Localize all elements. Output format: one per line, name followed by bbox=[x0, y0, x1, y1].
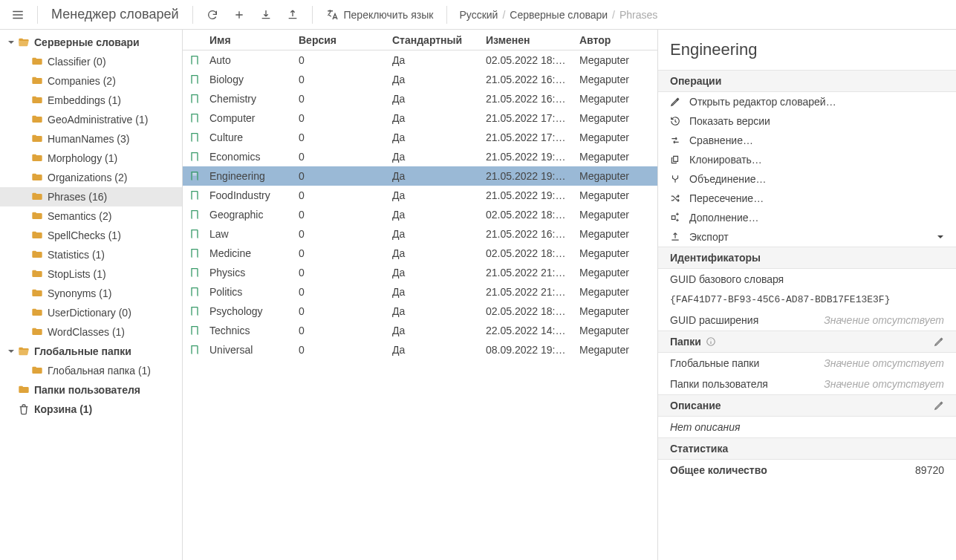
table-row[interactable]: Auto0Да02.05.2022 18:5…Megaputer bbox=[183, 51, 657, 70]
tree-node[interactable]: Embeddings (1) bbox=[0, 91, 182, 110]
tree-node[interactable]: WordClasses (1) bbox=[0, 322, 182, 342]
table-row[interactable]: Culture0Да21.05.2022 17:2…Megaputer bbox=[183, 128, 657, 147]
op-supplement[interactable]: Дополнение… bbox=[658, 208, 956, 227]
table-row[interactable]: Engineering0Да21.05.2022 19:3…Megaputer bbox=[183, 166, 657, 186]
op-export[interactable]: Экспорт bbox=[658, 227, 956, 247]
tree-node[interactable]: HumanNames (3) bbox=[0, 129, 182, 149]
folder-icon bbox=[18, 384, 30, 396]
table-row[interactable]: Medicine0Да02.05.2022 18:5…Megaputer bbox=[183, 244, 657, 263]
cell-name: Physics bbox=[204, 267, 293, 279]
caret-down-icon[interactable] bbox=[937, 233, 944, 241]
tree-label: Companies (2) bbox=[48, 75, 116, 87]
switch-language-button[interactable]: Переключить язык bbox=[322, 4, 438, 25]
tree-node-trash[interactable]: Корзина (1) bbox=[0, 400, 182, 419]
table-row[interactable]: Psychology0Да02.05.2022 18:5…Megaputer bbox=[183, 302, 657, 321]
tree-node-global-folders[interactable]: Глобальные папки bbox=[0, 342, 182, 361]
breadcrumb-item[interactable]: Русский bbox=[459, 9, 498, 21]
copy-icon bbox=[670, 154, 680, 165]
tree-node[interactable]: Organizations (2) bbox=[0, 168, 182, 187]
op-show-versions[interactable]: Показать версии bbox=[658, 111, 956, 131]
menu-button[interactable] bbox=[7, 4, 28, 25]
folder-icon bbox=[31, 152, 43, 164]
edit-description-button[interactable] bbox=[934, 400, 944, 411]
op-open-editor[interactable]: Открыть редактор словарей… bbox=[658, 92, 956, 111]
op-compare[interactable]: Сравнение… bbox=[658, 131, 956, 150]
table-row[interactable]: Universal0Да08.09.2022 19:3…Megaputer bbox=[183, 340, 657, 359]
tree-node[interactable]: Companies (2) bbox=[0, 71, 182, 91]
folders-global-value: Значение отсутствует bbox=[824, 357, 944, 369]
col-version[interactable]: Версия bbox=[293, 34, 386, 46]
table-row[interactable]: FoodIndustry0Да21.05.2022 19:4…Megaputer bbox=[183, 186, 657, 205]
folder-icon bbox=[31, 75, 43, 87]
tree-node[interactable]: GeoAdministrative (1) bbox=[0, 110, 182, 129]
cell-standard: Да bbox=[386, 189, 480, 201]
cell-standard: Да bbox=[386, 151, 480, 163]
op-clone[interactable]: Клонировать… bbox=[658, 150, 956, 169]
table-row[interactable]: Law0Да21.05.2022 16:0…Megaputer bbox=[183, 224, 657, 244]
export-button[interactable] bbox=[282, 4, 303, 25]
breadcrumb-item[interactable]: Серверные словари bbox=[510, 9, 608, 21]
tree-node-user-folders[interactable]: Папки пользователя bbox=[0, 380, 182, 400]
cell-version: 0 bbox=[293, 170, 386, 182]
description-value: Нет описания bbox=[670, 421, 944, 433]
book-icon bbox=[183, 151, 204, 163]
folder-icon bbox=[31, 172, 43, 183]
col-modified[interactable]: Изменен bbox=[480, 34, 573, 46]
caret-down-icon[interactable] bbox=[4, 348, 18, 355]
op-intersect[interactable]: Пересечение… bbox=[658, 189, 956, 208]
tree-node[interactable]: Phrases (16) bbox=[0, 187, 182, 206]
pencil-icon bbox=[934, 400, 944, 411]
folder-open-icon bbox=[18, 345, 30, 357]
cell-author: Megaputer bbox=[573, 209, 657, 221]
col-standard[interactable]: Стандартный bbox=[386, 34, 480, 46]
cell-author: Megaputer bbox=[573, 112, 657, 124]
refresh-button[interactable] bbox=[202, 4, 223, 25]
tree-node-server-dicts[interactable]: Серверные словари bbox=[0, 33, 182, 52]
merge-icon bbox=[670, 174, 680, 184]
table-row[interactable]: Physics0Да21.05.2022 21:0…Megaputer bbox=[183, 263, 657, 282]
table-row[interactable]: Chemistry0Да21.05.2022 16:5…Megaputer bbox=[183, 89, 657, 108]
import-button[interactable] bbox=[256, 4, 276, 25]
op-merge[interactable]: Объединение… bbox=[658, 169, 956, 189]
caret-down-icon[interactable] bbox=[4, 39, 18, 46]
book-icon bbox=[183, 325, 204, 336]
cell-modified: 21.05.2022 19:4… bbox=[480, 189, 573, 201]
tree-node[interactable]: Synonyms (1) bbox=[0, 284, 182, 303]
tree-node[interactable]: Semantics (2) bbox=[0, 206, 182, 226]
table-row[interactable]: Computer0Да21.05.2022 17:0…Megaputer bbox=[183, 108, 657, 128]
table-row[interactable]: Politics0Да21.05.2022 21:4…Megaputer bbox=[183, 282, 657, 302]
cell-author: Megaputer bbox=[573, 286, 657, 298]
table-row[interactable]: Biology0Да21.05.2022 16:4…Megaputer bbox=[183, 70, 657, 89]
tree-node[interactable]: Classifier (0) bbox=[0, 52, 182, 71]
tree-node[interactable]: SpellChecks (1) bbox=[0, 226, 182, 245]
cell-author: Megaputer bbox=[573, 131, 657, 143]
col-name[interactable]: Имя bbox=[204, 34, 293, 46]
cell-standard: Да bbox=[386, 228, 480, 240]
cell-modified: 21.05.2022 19:2… bbox=[480, 151, 573, 163]
breadcrumb-sep: / bbox=[502, 9, 505, 21]
tree-node[interactable]: Statistics (1) bbox=[0, 245, 182, 264]
table-row[interactable]: Technics0Да22.05.2022 14:2…Megaputer bbox=[183, 321, 657, 340]
folder-icon bbox=[31, 191, 43, 203]
tree-label: StopLists (1) bbox=[48, 268, 106, 280]
tree-node[interactable]: Morphology (1) bbox=[0, 149, 182, 168]
tree-node[interactable]: StopLists (1) bbox=[0, 264, 182, 284]
col-author[interactable]: Автор bbox=[573, 34, 657, 46]
book-icon bbox=[183, 209, 204, 221]
tree-node[interactable]: Глобальная папка (1) bbox=[0, 361, 182, 380]
tree-label: Phrases (16) bbox=[48, 191, 107, 203]
folder-icon bbox=[31, 249, 43, 261]
cell-author: Megaputer bbox=[573, 151, 657, 163]
stats-total-value: 89720 bbox=[915, 464, 944, 476]
table-row[interactable]: Geographic0Да02.05.2022 18:5…Megaputer bbox=[183, 205, 657, 224]
cell-author: Megaputer bbox=[573, 189, 657, 201]
cell-version: 0 bbox=[293, 54, 386, 66]
table-row[interactable]: Economics0Да21.05.2022 19:2…Megaputer bbox=[183, 147, 657, 166]
edit-folders-button[interactable] bbox=[934, 336, 944, 347]
folder-open-icon bbox=[18, 36, 30, 48]
tree-node[interactable]: UserDictionary (0) bbox=[0, 303, 182, 322]
cell-standard: Да bbox=[386, 54, 480, 66]
add-button[interactable] bbox=[229, 4, 250, 25]
cell-version: 0 bbox=[293, 93, 386, 105]
cell-modified: 02.05.2022 18:5… bbox=[480, 209, 573, 221]
